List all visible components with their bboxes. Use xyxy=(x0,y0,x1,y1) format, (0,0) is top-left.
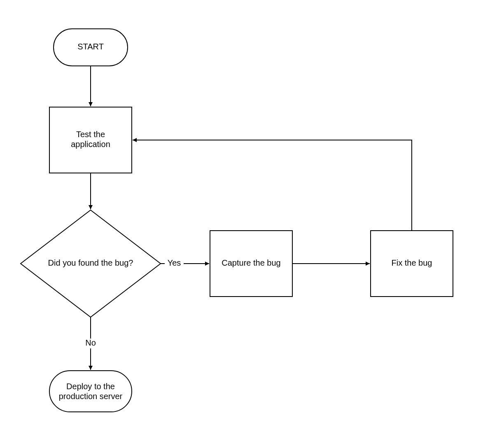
node-decision-label: Did you found the bug? xyxy=(48,258,133,267)
node-start-label: START xyxy=(77,42,104,51)
node-deploy: Deploy to the production server xyxy=(49,371,132,412)
edge-label-no: No xyxy=(85,338,96,347)
node-test-label-1: Test the xyxy=(76,130,105,139)
node-fix: Fix the bug xyxy=(371,231,453,297)
node-fix-label: Fix the bug xyxy=(392,258,432,267)
node-decision: Did you found the bug? xyxy=(21,210,161,317)
node-deploy-label-1: Deploy to the xyxy=(66,382,115,391)
edge-fix-to-test xyxy=(133,140,412,231)
node-test-label-2: application xyxy=(71,140,110,149)
node-deploy-label-2: production server xyxy=(59,392,123,401)
node-test: Test the application xyxy=(49,107,132,173)
svg-rect-5 xyxy=(49,371,132,412)
node-start: START xyxy=(54,29,128,66)
edge-label-yes: Yes xyxy=(168,258,181,267)
node-capture-label: Capture the bug xyxy=(222,258,280,267)
node-capture: Capture the bug xyxy=(210,231,292,297)
flowchart-canvas: START Test the application Did you found… xyxy=(0,0,504,444)
